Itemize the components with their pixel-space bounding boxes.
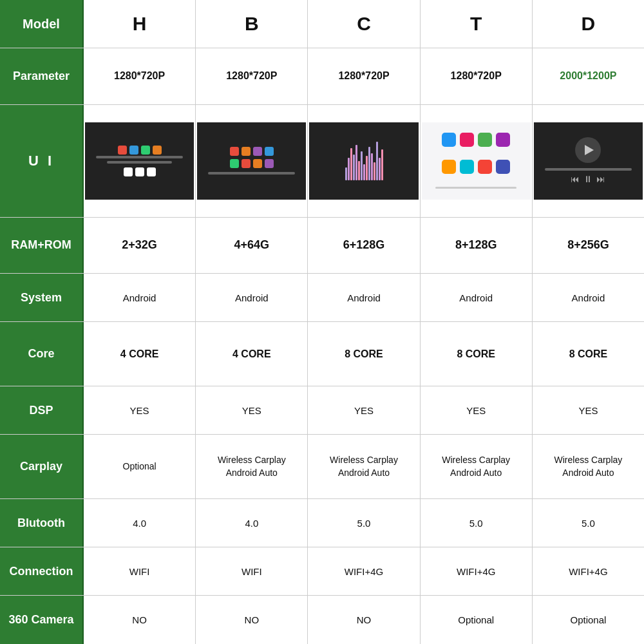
camera-b: NO <box>196 596 308 644</box>
camera-c: NO <box>308 596 420 644</box>
system-h: Android <box>84 274 196 321</box>
bluetooth-b: 4.0 <box>196 499 308 547</box>
ui-label: U I <box>0 105 84 217</box>
model-row: Model H B C T D <box>0 0 644 48</box>
core-c: 8 CORE <box>308 322 420 386</box>
ram-label: RAM+ROM <box>0 218 84 274</box>
system-b: Android <box>196 274 308 321</box>
ui-row: U I <box>0 105 644 218</box>
core-row: Core 4 CORE 4 CORE 8 CORE 8 CORE 8 CORE <box>0 322 644 386</box>
comparison-table: Model H B C T D Parameter 1280*720P 1280… <box>0 0 644 644</box>
dsp-b: YES <box>196 386 308 434</box>
camera-label: 360 Camera <box>0 596 84 644</box>
dsp-row: DSP YES YES YES YES YES <box>0 386 644 435</box>
core-h: 4 CORE <box>84 322 196 386</box>
model-c: C <box>308 0 420 48</box>
bluetooth-c: 5.0 <box>308 499 420 547</box>
core-b: 4 CORE <box>196 322 308 386</box>
dsp-t: YES <box>421 386 533 434</box>
parameter-h: 1280*720P <box>84 48 196 104</box>
ui-h-cell <box>84 105 196 217</box>
model-label: Model <box>0 0 84 48</box>
bluetooth-d: 5.0 <box>533 499 644 547</box>
ui-t-cell <box>421 105 533 217</box>
ui-c-cell <box>308 105 420 217</box>
ram-c: 6+128G <box>308 218 420 274</box>
connection-row: Connection WIFI WIFI WIFI+4G WIFI+4G WIF… <box>0 547 644 596</box>
system-row: System Android Android Android Android A… <box>0 274 644 322</box>
parameter-b: 1280*720P <box>196 48 308 104</box>
core-label: Core <box>0 322 84 386</box>
connection-label: Connection <box>0 547 84 595</box>
system-d: Android <box>533 274 644 321</box>
connection-b: WIFI <box>196 547 308 595</box>
carplay-h: Optional <box>84 435 196 498</box>
model-t: T <box>421 0 533 48</box>
carplay-row: Carplay Optional Wireless Carplay Androi… <box>0 435 644 499</box>
dsp-c: YES <box>308 386 420 434</box>
bluetooth-h: 4.0 <box>84 499 196 547</box>
ram-row: RAM+ROM 2+32G 4+64G 6+128G 8+128G 8+256G <box>0 218 644 274</box>
carplay-label: Carplay <box>0 435 84 498</box>
ram-h: 2+32G <box>84 218 196 274</box>
parameter-label: Parameter <box>0 48 84 104</box>
dsp-h: YES <box>84 386 196 434</box>
parameter-c: 1280*720P <box>308 48 420 104</box>
system-label: System <box>0 274 84 321</box>
carplay-b: Wireless Carplay Android Auto <box>196 435 308 498</box>
camera-row: 360 Camera NO NO NO Optional Optional <box>0 596 644 644</box>
carplay-c: Wireless Carplay Android Auto <box>308 435 420 498</box>
model-d: D <box>533 0 644 48</box>
model-b: B <box>196 0 308 48</box>
camera-d: Optional <box>533 596 644 644</box>
system-c: Android <box>308 274 420 321</box>
ram-b: 4+64G <box>196 218 308 274</box>
connection-c: WIFI+4G <box>308 547 420 595</box>
parameter-row: Parameter 1280*720P 1280*720P 1280*720P … <box>0 48 644 105</box>
camera-t: Optional <box>421 596 533 644</box>
core-d: 8 CORE <box>533 322 644 386</box>
ram-t: 8+128G <box>421 218 533 274</box>
parameter-t: 1280*720P <box>421 48 533 104</box>
connection-h: WIFI <box>84 547 196 595</box>
bluetooth-t: 5.0 <box>421 499 533 547</box>
camera-h: NO <box>84 596 196 644</box>
bluetooth-row: Blutooth 4.0 4.0 5.0 5.0 5.0 <box>0 499 644 547</box>
system-t: Android <box>421 274 533 321</box>
connection-d: WIFI+4G <box>533 547 644 595</box>
ui-b-cell <box>196 105 308 217</box>
carplay-d: Wireless Carplay Android Auto <box>533 435 644 498</box>
parameter-d: 2000*1200P <box>533 48 644 104</box>
carplay-t: Wireless Carplay Android Auto <box>421 435 533 498</box>
ui-d-cell: ⏮ ⏸ ⏭ <box>533 105 644 217</box>
dsp-d: YES <box>533 386 644 434</box>
bluetooth-label: Blutooth <box>0 499 84 547</box>
core-t: 8 CORE <box>421 322 533 386</box>
ram-d: 8+256G <box>533 218 644 274</box>
dsp-label: DSP <box>0 386 84 434</box>
model-h: H <box>84 0 196 48</box>
connection-t: WIFI+4G <box>421 547 533 595</box>
